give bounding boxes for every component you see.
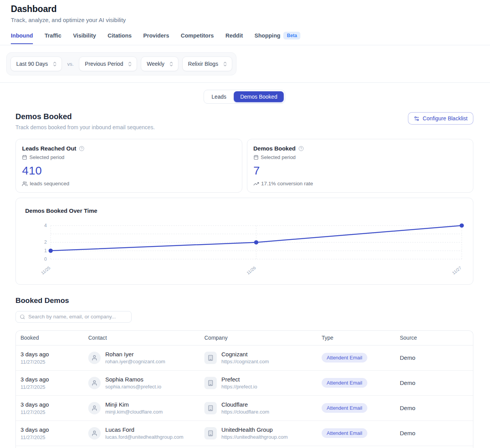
column-header: Type <box>322 335 400 341</box>
chart-title: Demos Booked Over Time <box>25 207 464 214</box>
page-subtitle: Track, analyze, and optimize your AI vis… <box>11 17 479 23</box>
contact-text: Sophia Ramos sophia.ramos@prefect.io <box>105 376 161 390</box>
tab-label: Shopping <box>255 32 281 39</box>
booked-relative: 3 days ago <box>21 401 88 408</box>
view-toggle-option[interactable]: Leads <box>205 91 233 102</box>
building-icon <box>204 377 217 389</box>
table-row[interactable]: 3 days ago 11/27/2025 Rohan Iyer rohan.i… <box>16 345 473 371</box>
contact-cell: Sophia Ramos sophia.ramos@prefect.io <box>88 376 204 390</box>
main-tabs: Inbound Traffic Visibility Citations Pro… <box>0 23 490 45</box>
tab[interactable]: Inbound <box>11 32 33 44</box>
chevrons-up-down-icon <box>127 61 133 67</box>
table-row[interactable]: 3 days ago 11/27/2025 Lucas Ford lucas.f… <box>16 421 473 446</box>
source-cell: Demo <box>400 380 468 386</box>
trending-up-icon <box>254 181 259 186</box>
booked-demos-table: Booked Contact Company Type Source 3 day… <box>15 330 473 448</box>
tab-label: Inbound <box>11 32 33 39</box>
stat-card-leads-reached: Leads Reached Out Selected period 410 le… <box>15 139 242 193</box>
source-value: Relixir Blogs <box>188 61 218 67</box>
company-url: https://cognizant.com <box>221 359 269 364</box>
date-range-value: Last 90 Days <box>16 61 48 67</box>
help-circle-icon[interactable] <box>79 146 84 151</box>
contact-email: sophia.ramos@prefect.io <box>105 384 161 390</box>
company-cell: Cloudflare https://cloudflare.com <box>204 401 322 415</box>
booked-relative: 3 days ago <box>21 426 88 433</box>
section-header-text: Demos Booked Track demos booked from you… <box>15 112 155 130</box>
page-title: Dashboard <box>11 4 479 14</box>
users-icon <box>22 181 27 186</box>
company-url: https://prefect.io <box>221 384 257 390</box>
tab-label: Citations <box>108 32 132 39</box>
stat-footer-label: 17.1% conversion rate <box>261 181 313 186</box>
svg-text:11/26: 11/26 <box>246 265 257 275</box>
tab[interactable]: Competitors <box>181 32 214 44</box>
table-row[interactable]: 3 days ago 11/27/2025 Sophia Ramos sophi… <box>16 371 473 396</box>
company-name: Cognizant <box>221 351 269 357</box>
type-badge: Attendent Email <box>322 378 367 388</box>
view-toggle-option[interactable]: Demos Booked <box>234 91 284 102</box>
view-toggle-wrap: Leads Demos Booked <box>15 90 473 104</box>
avatar <box>88 427 101 439</box>
source-cell: Demo <box>400 430 468 436</box>
stat-value: 7 <box>254 164 467 177</box>
company-text: UnitedHealth Group https://unitedhealthg… <box>221 426 288 440</box>
svg-text:4: 4 <box>44 223 47 228</box>
avatar <box>88 352 101 364</box>
chart-card: Demos Booked Over Time 421011/2511/2611/… <box>15 198 473 285</box>
granularity-select[interactable]: Weekly <box>141 56 178 71</box>
contact-cell: Rohan Iyer rohan.iyer@cognizant.com <box>88 351 204 364</box>
type-badge: Attendent Email <box>322 353 367 363</box>
filter-band: Last 90 Days vs. Previous Period Weekly … <box>0 45 490 83</box>
comparison-select[interactable]: Previous Period <box>79 56 137 71</box>
svg-text:1: 1 <box>44 248 47 253</box>
booked-date: 11/27/2025 <box>21 409 88 415</box>
svg-text:11/25: 11/25 <box>40 265 51 275</box>
booked-cell: 3 days ago 11/27/2025 <box>21 351 88 365</box>
avatar <box>88 402 101 414</box>
booked-relative: 3 days ago <box>21 376 88 383</box>
source-select[interactable]: Relixir Blogs <box>182 56 232 71</box>
table-row[interactable]: 4 days ago 11/26/2025 Pavel Ivanov pavel… <box>16 446 473 448</box>
tab[interactable]: Visibility <box>73 32 96 44</box>
tab[interactable]: Traffic <box>45 32 62 44</box>
tab[interactable]: Providers <box>143 32 169 44</box>
filter-group: Last 90 Days vs. Previous Period Weekly … <box>6 52 236 75</box>
company-text: Cloudflare https://cloudflare.com <box>221 401 269 415</box>
main-content: Leads Demos Booked Demos Booked Track de… <box>0 90 490 448</box>
tab[interactable]: Reddit <box>225 32 243 44</box>
help-circle-icon[interactable] <box>298 146 304 151</box>
booked-cell: 3 days ago 11/27/2025 <box>21 401 88 415</box>
company-name: Cloudflare <box>221 401 269 408</box>
table-row[interactable]: 3 days ago 11/27/2025 Minji Kim minji.ki… <box>16 396 473 421</box>
contact-name: Minji Kim <box>105 401 163 408</box>
booked-date: 11/27/2025 <box>21 359 88 365</box>
building-icon <box>204 352 217 364</box>
tab[interactable]: Citations <box>108 32 132 44</box>
booked-date: 11/27/2025 <box>21 434 88 440</box>
vs-label: vs. <box>66 61 75 67</box>
demos-over-time-chart: 421011/2511/2611/27 <box>25 221 464 275</box>
search-input[interactable] <box>28 314 127 320</box>
chevrons-up-down-icon <box>222 61 228 67</box>
company-url: https://unitedhealthgroup.com <box>221 434 288 440</box>
search-box <box>15 311 132 323</box>
search-icon <box>20 314 25 320</box>
company-name: UnitedHealth Group <box>221 426 288 433</box>
configure-blacklist-button[interactable]: Configure Blacklist <box>408 112 473 125</box>
stat-value: 410 <box>22 164 236 177</box>
building-icon <box>204 402 217 414</box>
chevrons-up-down-icon <box>168 61 174 67</box>
booked-cell: 3 days ago 11/27/2025 <box>21 426 88 440</box>
chevrons-up-down-icon <box>52 61 58 67</box>
tab-beta-badge: Beta <box>283 32 300 39</box>
tab-label: Visibility <box>73 32 96 39</box>
contact-cell: Lucas Ford lucas.ford@unitedhealthgroup.… <box>88 426 204 440</box>
source-cell: Demo <box>400 354 468 361</box>
contact-text: Lucas Ford lucas.ford@unitedhealthgroup.… <box>105 426 183 440</box>
booked-relative: 3 days ago <box>21 351 88 357</box>
date-range-select[interactable]: Last 90 Days <box>10 56 62 71</box>
company-cell: Prefect https://prefect.io <box>204 376 322 390</box>
tab[interactable]: Shopping Beta <box>255 32 301 45</box>
stat-footer-label: leads sequenced <box>30 181 69 186</box>
column-header: Booked <box>21 335 88 341</box>
